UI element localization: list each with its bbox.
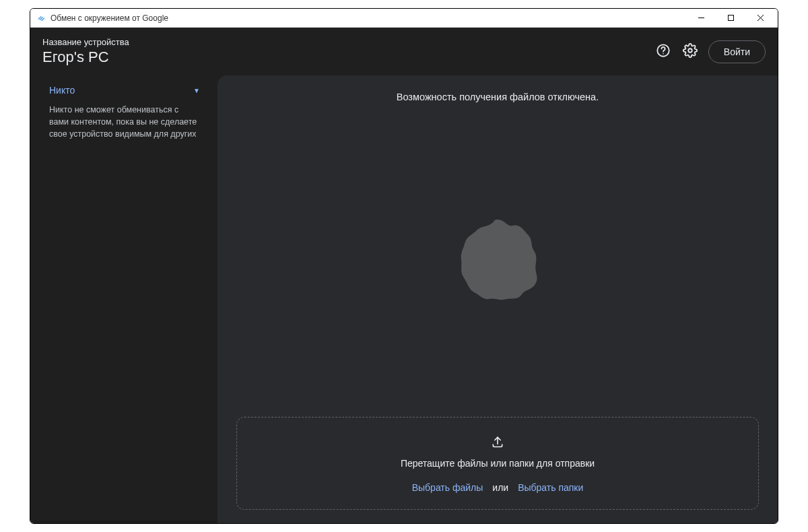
upload-icon xyxy=(491,435,504,451)
select-folders-button[interactable]: Выбрать папки xyxy=(518,482,583,493)
drop-actions: Выбрать файлы или Выбрать папки xyxy=(412,482,584,493)
app-header: Название устройства Егор's PC xyxy=(30,28,778,75)
drop-text: Перетащите файлы или папки для отправки xyxy=(401,458,595,469)
svg-rect-1 xyxy=(728,15,733,21)
svg-point-6 xyxy=(688,48,692,53)
content: Никто ▼ Никто не сможет обмениваться с в… xyxy=(30,75,778,523)
nearby-share-icon xyxy=(37,13,46,23)
placeholder-graphic xyxy=(447,209,548,310)
svg-point-5 xyxy=(663,53,664,54)
window-titlebar: Обмен с окружением от Google xyxy=(30,9,778,28)
settings-button[interactable] xyxy=(681,43,699,61)
titlebar-left: Обмен с окружением от Google xyxy=(37,13,168,23)
main-panel: Возможность получения файлов отключена. xyxy=(217,75,778,523)
device-info: Название устройства Егор's PC xyxy=(42,37,129,66)
visibility-value: Никто xyxy=(49,85,75,96)
maximize-button[interactable] xyxy=(716,9,745,27)
sidebar: Никто ▼ Никто не сможет обмениваться с в… xyxy=(30,75,217,523)
drop-or-label: или xyxy=(492,482,508,493)
drop-zone[interactable]: Перетащите файлы или папки для отправки … xyxy=(236,417,759,510)
device-name: Егор's PC xyxy=(42,48,129,66)
visibility-description: Никто не сможет обмениваться с вами конт… xyxy=(42,100,207,140)
help-icon xyxy=(656,43,671,61)
select-files-button[interactable]: Выбрать файлы xyxy=(412,482,483,493)
app-window: Обмен с окружением от Google Название ус… xyxy=(30,8,778,524)
login-button[interactable]: Войти xyxy=(708,40,766,63)
close-button[interactable] xyxy=(745,9,775,27)
caret-down-icon: ▼ xyxy=(193,87,200,94)
window-controls xyxy=(686,9,775,27)
device-label: Название устройства xyxy=(42,37,129,47)
minimize-button[interactable] xyxy=(686,9,716,27)
window-title: Обмен с окружением от Google xyxy=(50,13,168,23)
help-button[interactable] xyxy=(654,43,672,61)
visibility-selector[interactable]: Никто ▼ xyxy=(42,81,207,100)
app-body: Название устройства Егор's PC xyxy=(30,28,778,523)
gear-icon xyxy=(683,43,698,61)
header-actions: Войти xyxy=(654,40,766,63)
receive-status: Возможность получения файлов отключена. xyxy=(397,92,599,102)
placeholder-zone xyxy=(236,102,759,417)
